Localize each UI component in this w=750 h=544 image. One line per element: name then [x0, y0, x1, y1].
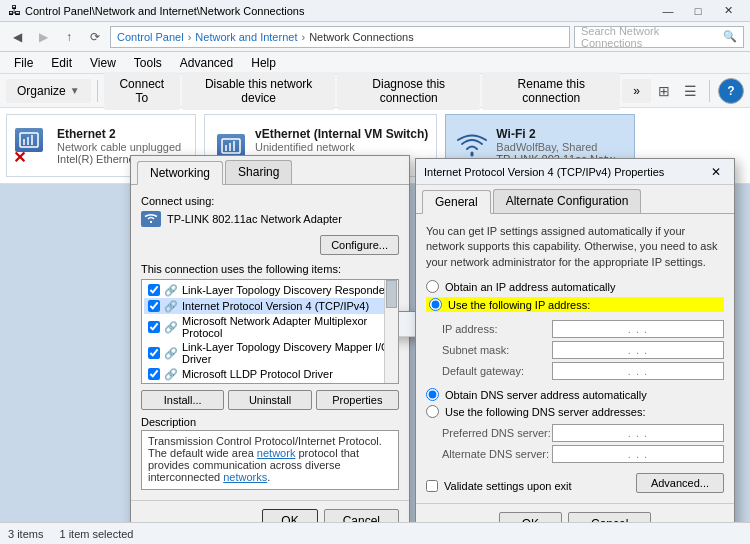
item-checkbox[interactable]: [148, 284, 160, 296]
tab-general[interactable]: General: [422, 190, 491, 214]
view-list-button[interactable]: ☰: [679, 80, 701, 102]
adapter-icon: [141, 211, 161, 227]
list-item: 🔗Internet Protocol Version 4 (TCP/IPv4): [144, 298, 396, 314]
auto-ip-row: Obtain an IP address automatically: [426, 280, 724, 293]
auto-ip-radio[interactable]: [426, 280, 439, 293]
subnet-label: Subnet mask:: [442, 344, 552, 356]
status-bar: 3 items 1 item selected: [0, 522, 750, 544]
item-icon: 🔗: [164, 367, 178, 381]
scrollbar-thumb: [386, 280, 397, 308]
connect-to-button[interactable]: Connect To: [104, 72, 181, 110]
search-placeholder: Search Network Connections: [581, 25, 719, 49]
search-box[interactable]: Search Network Connections 🔍: [574, 26, 744, 48]
wifi-properties-dialog: 📶 Wi-Fi 2 Properties Networking Sharing …: [130, 155, 410, 542]
title-bar-icon: 🖧: [8, 3, 21, 18]
menu-help[interactable]: Help: [243, 54, 284, 72]
ip-fields: IP address: . . . Subnet mask: . . . Def…: [442, 320, 724, 380]
diagnose-button[interactable]: Diagnose this connection: [337, 72, 480, 110]
adapter-row: TP-LINK 802.11ac Network Adapter: [141, 211, 399, 227]
menu-view[interactable]: View: [82, 54, 124, 72]
ethernet-svg: [18, 131, 40, 149]
networks-link[interactable]: networks: [223, 471, 267, 483]
organize-button[interactable]: Organize ▼: [6, 79, 91, 103]
alternate-dns-input[interactable]: . . .: [552, 445, 724, 463]
more-button[interactable]: »: [622, 79, 651, 103]
minimize-button[interactable]: —: [654, 2, 682, 20]
item-icon: 🔗: [164, 383, 178, 384]
ip-address-label: IP address:: [442, 323, 552, 335]
uninstall-button[interactable]: Uninstall: [228, 390, 311, 410]
items-count: 3 items: [8, 528, 43, 540]
organize-dropdown-icon: ▼: [70, 85, 80, 96]
item-checkbox[interactable]: [148, 300, 160, 312]
close-button[interactable]: ✕: [714, 2, 742, 20]
auto-dns-label: Obtain DNS server address automatically: [445, 389, 647, 401]
alternate-dns-label: Alternate DNS server:: [442, 448, 552, 460]
tcpip-close-button[interactable]: ✕: [706, 163, 726, 181]
item-icon: 🔗: [164, 283, 178, 297]
tab-alternate-config[interactable]: Alternate Configuration: [493, 189, 642, 213]
manual-ip-label: Use the following IP address:: [448, 299, 590, 311]
breadcrumb-item[interactable]: Network and Internet: [195, 31, 297, 43]
item-checkbox[interactable]: [148, 321, 160, 333]
properties-button[interactable]: Properties: [316, 390, 399, 410]
validate-checkbox[interactable]: [426, 480, 438, 492]
menu-advanced[interactable]: Advanced: [172, 54, 241, 72]
gateway-row: Default gateway: . . .: [442, 362, 724, 380]
disable-button[interactable]: Disable this network device: [182, 72, 335, 110]
items-list: 🔗Link-Layer Topology Discovery Responder…: [141, 279, 399, 384]
breadcrumb-item[interactable]: Control Panel: [117, 31, 184, 43]
list-item: 🔗Link-Layer Topology Discovery Mapper I/…: [144, 340, 396, 366]
adapter-name: TP-LINK 802.11ac Network Adapter: [167, 213, 399, 225]
toolbar-separator: [97, 80, 98, 102]
validate-label: Validate settings upon exit: [444, 480, 572, 492]
back-button[interactable]: ◀: [6, 26, 28, 48]
auto-dns-radio[interactable]: [426, 388, 439, 401]
menu-tools[interactable]: Tools: [126, 54, 170, 72]
view-toggle-button[interactable]: ⊞: [653, 80, 675, 102]
tcpip-dialog-title: Internet Protocol Version 4 (TCP/IPv4) P…: [424, 166, 706, 178]
wifi-dialog-tabs: Networking Sharing: [131, 156, 409, 185]
advanced-button[interactable]: Advanced...: [636, 473, 724, 493]
auto-ip-label: Obtain an IP address automatically: [445, 281, 615, 293]
breadcrumb-item: Network Connections: [309, 31, 414, 43]
manual-ip-radio[interactable]: [429, 298, 442, 311]
validate-row: Validate settings upon exit: [426, 480, 572, 492]
item-icon: 🔗: [164, 299, 178, 313]
search-icon: 🔍: [723, 30, 737, 43]
manual-dns-radio[interactable]: [426, 405, 439, 418]
item-checkbox[interactable]: [148, 368, 160, 380]
list-scrollbar[interactable]: [384, 280, 398, 383]
preferred-dns-input[interactable]: . . .: [552, 424, 724, 442]
selected-count: 1 item selected: [59, 528, 133, 540]
tab-sharing[interactable]: Sharing: [225, 160, 292, 184]
preferred-dns-label: Preferred DNS server:: [442, 427, 552, 439]
subnet-input[interactable]: . . .: [552, 341, 724, 359]
svg-rect-4: [222, 139, 240, 153]
gateway-label: Default gateway:: [442, 365, 552, 377]
help-button[interactable]: ?: [718, 78, 744, 104]
up-button[interactable]: ↑: [58, 26, 80, 48]
preferred-dns-row: Preferred DNS server: . . .: [442, 424, 724, 442]
manual-dns-label: Use the following DNS server addresses:: [445, 406, 646, 418]
forward-button[interactable]: ▶: [32, 26, 54, 48]
refresh-button[interactable]: ⟳: [84, 26, 106, 48]
wifi-dialog-content: Connect using: TP-LINK 802.11ac Network …: [131, 185, 409, 500]
ip-address-input[interactable]: . . .: [552, 320, 724, 338]
dns-radio-group: Obtain DNS server address automatically …: [426, 388, 724, 418]
auto-dns-row: Obtain DNS server address automatically: [426, 388, 724, 401]
alternate-dns-row: Alternate DNS server: . . .: [442, 445, 724, 463]
menu-file[interactable]: File: [6, 54, 41, 72]
maximize-button[interactable]: □: [684, 2, 712, 20]
configure-button[interactable]: Configure...: [320, 235, 399, 255]
ip-radio-group: Obtain an IP address automatically Use t…: [426, 280, 724, 312]
menu-bar: File Edit View Tools Advanced Help: [0, 52, 750, 74]
vethernet-icon: [217, 134, 245, 158]
install-button[interactable]: Install...: [141, 390, 224, 410]
rename-button[interactable]: Rename this connection: [482, 72, 620, 110]
network-link[interactable]: network: [257, 447, 296, 459]
tab-networking[interactable]: Networking: [137, 161, 223, 185]
gateway-input[interactable]: . . .: [552, 362, 724, 380]
item-checkbox[interactable]: [148, 347, 160, 359]
menu-edit[interactable]: Edit: [43, 54, 80, 72]
